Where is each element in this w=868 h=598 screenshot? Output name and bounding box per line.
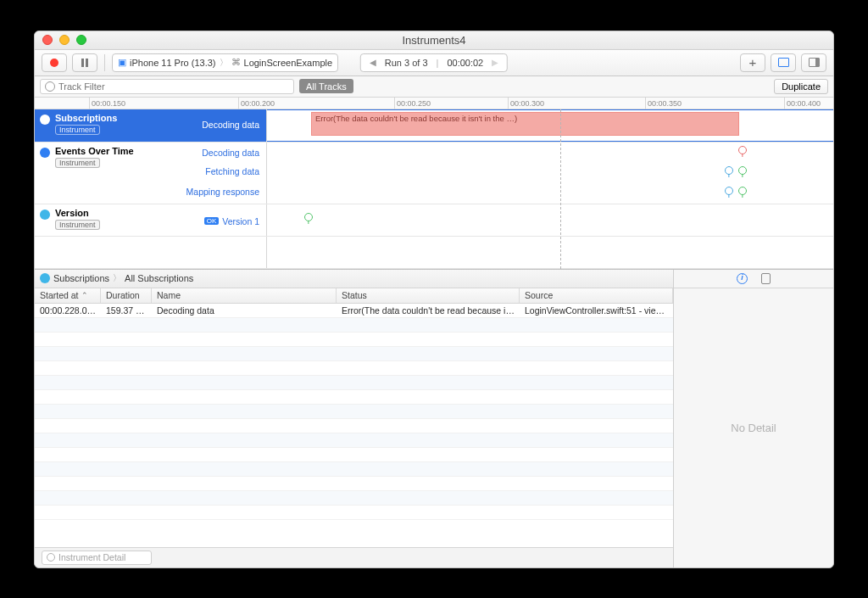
inspector-pane: No Detail	[674, 270, 833, 567]
bottom-bar: Instrument Detail	[35, 547, 673, 567]
column-duration[interactable]: Duration	[101, 288, 152, 303]
filter-icon	[45, 81, 55, 92]
cell-source: LoginViewController.swift:51 - viewDidLo…	[520, 305, 673, 316]
track-events[interactable]: Events Over Time Instrument Decoding dat…	[35, 143, 833, 204]
table-row	[35, 491, 673, 506]
track-head-events[interactable]: Events Over Time Instrument Decoding dat…	[35, 143, 267, 204]
track-empty	[35, 237, 833, 269]
lane-label: Decoding data	[202, 118, 259, 131]
table-row	[35, 318, 673, 333]
chevron-right-icon: 〉	[113, 272, 121, 284]
version-icon	[40, 210, 50, 220]
run-label: Run 3 of 3	[385, 58, 428, 68]
error-interval-bar[interactable]: Error(The data couldn't be read because …	[311, 112, 739, 136]
prev-run-icon[interactable]: ◀	[370, 58, 376, 67]
track-body-empty	[267, 237, 833, 268]
all-tracks-button[interactable]: All Tracks	[299, 79, 353, 93]
events-icon	[40, 148, 50, 158]
instrument-detail-field[interactable]: Instrument Detail	[42, 550, 152, 565]
zoom-icon[interactable]	[76, 35, 86, 45]
tracks-pane: Subscriptions Instrument Decoding data E…	[35, 109, 833, 269]
device-icon: ▣	[118, 57, 126, 68]
instrument-badge: Instrument	[55, 158, 100, 168]
column-status[interactable]: Status	[337, 288, 520, 303]
close-icon[interactable]	[42, 35, 53, 45]
event-marker-icon[interactable]	[304, 213, 313, 221]
subscriptions-icon	[40, 273, 50, 283]
window-controls	[42, 35, 86, 45]
document-icon[interactable]	[761, 273, 771, 284]
ruler-tick: 00:00.150	[89, 98, 125, 109]
lane-label: Mapping response	[186, 185, 259, 198]
toolbar-separator	[104, 54, 105, 71]
minimize-icon[interactable]	[59, 35, 70, 45]
track-body-events[interactable]	[267, 143, 833, 204]
record-button[interactable]	[42, 53, 67, 72]
filter-icon	[47, 553, 55, 562]
device-label: iPhone 11 Pro (13.3)	[130, 58, 216, 68]
duplicate-button[interactable]: Duplicate	[774, 79, 828, 94]
toolbar: ▣ iPhone 11 Pro (13.3) 〉 ⌘ LoginScreenEx…	[35, 50, 833, 76]
instrument-detail-placeholder: Instrument Detail	[58, 552, 125, 562]
ruler-tick: 00:00.200	[238, 98, 275, 109]
timeline-ruler[interactable]: 00:00.150 00:00.200 00:00.250 00:00.300 …	[35, 98, 833, 109]
ruler-tick: 00:00.350	[645, 98, 682, 109]
table-row	[35, 462, 673, 477]
breadcrumb: Subscriptions 〉 All Subscriptions	[35, 270, 673, 288]
info-icon[interactable]	[737, 273, 748, 284]
next-run-icon[interactable]: ▶	[492, 58, 498, 67]
table-row	[35, 433, 673, 448]
instruments-window: Instruments4 ▣ iPhone 11 Pro (13.3) 〉 ⌘ …	[34, 31, 834, 568]
event-marker-icon[interactable]	[738, 146, 747, 154]
process-icon: ⌘	[231, 57, 241, 68]
run-sep: |	[437, 58, 439, 68]
table-row	[35, 333, 673, 347]
table-row	[35, 506, 673, 520]
table-row	[35, 477, 673, 491]
ruler-tick: 00:00.300	[508, 98, 544, 109]
column-started-at[interactable]: Started at	[35, 288, 101, 303]
table-row	[35, 376, 673, 390]
table-body[interactable]: 00:00.228.029 159.37 ms Decoding data Er…	[35, 304, 673, 547]
breadcrumb-item[interactable]: All Subscriptions	[125, 273, 193, 283]
breadcrumb-item[interactable]: Subscriptions	[53, 273, 109, 283]
instrument-badge: Instrument	[55, 125, 100, 135]
window-title: Instruments4	[35, 34, 833, 47]
track-version[interactable]: Version Instrument OK Version 1	[35, 204, 833, 237]
table-row[interactable]: 00:00.228.029 159.37 ms Decoding data Er…	[35, 304, 673, 318]
event-marker-icon[interactable]	[738, 166, 747, 175]
detail-left: Subscriptions 〉 All Subscriptions Starte…	[35, 270, 674, 567]
event-marker-icon[interactable]	[725, 166, 733, 175]
table-row	[35, 419, 673, 433]
column-name[interactable]: Name	[152, 288, 337, 303]
cell-status: Error(The data couldn't be read because …	[337, 305, 520, 316]
ruler-tick: 00:00.400	[784, 98, 821, 109]
lane-label: Version 1	[222, 215, 259, 228]
add-button[interactable]: +	[740, 53, 765, 72]
table-row	[35, 347, 673, 361]
run-display: ◀ Run 3 of 3 | 00:00:02 ▶	[360, 53, 508, 72]
track-filter-field[interactable]	[40, 79, 294, 94]
process-label: LoginScreenExample	[244, 58, 333, 68]
track-body-subscriptions[interactable]: Error(The data couldn't be read because …	[267, 109, 833, 142]
target-selector[interactable]: ▣ iPhone 11 Pro (13.3) 〉 ⌘ LoginScreenEx…	[112, 53, 338, 72]
inspector-toggle-button[interactable]	[801, 53, 826, 72]
column-source[interactable]: Source	[520, 288, 673, 303]
pause-button[interactable]	[72, 53, 97, 72]
detail-pane: Subscriptions 〉 All Subscriptions Starte…	[35, 269, 833, 567]
view-mode-button[interactable]	[771, 53, 796, 72]
playhead-indicator[interactable]	[560, 109, 561, 269]
track-head-version[interactable]: Version Instrument OK Version 1	[35, 204, 267, 236]
track-subscriptions[interactable]: Subscriptions Instrument Decoding data E…	[35, 109, 833, 143]
event-marker-icon[interactable]	[725, 187, 733, 195]
instrument-badge: Instrument	[55, 220, 100, 230]
track-head-subscriptions[interactable]: Subscriptions Instrument Decoding data	[35, 109, 267, 142]
lane-label: Fetching data	[205, 165, 259, 178]
event-marker-icon[interactable]	[738, 187, 747, 195]
subscriptions-icon	[40, 115, 50, 125]
toolbar-right: +	[740, 53, 826, 72]
track-body-version[interactable]	[267, 204, 833, 236]
table-header: Started at Duration Name Status Source	[35, 288, 673, 304]
filter-bar: All Tracks Duplicate	[35, 76, 833, 98]
track-filter-input[interactable]	[58, 81, 289, 92]
